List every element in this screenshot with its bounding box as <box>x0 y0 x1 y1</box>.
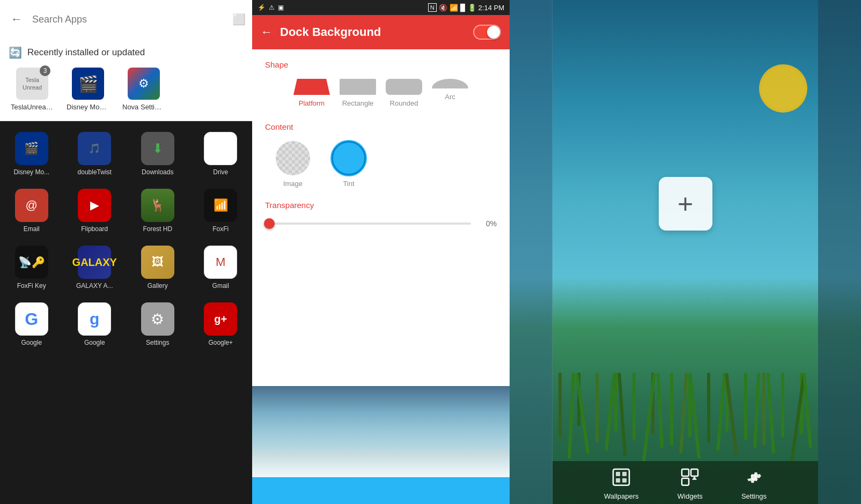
list-item[interactable]: △ Drive <box>189 125 253 182</box>
search-back-button[interactable]: ← <box>6 8 27 31</box>
cloud-bg <box>252 386 510 477</box>
list-item[interactable]: 🎵 doubleTwist <box>63 125 127 182</box>
settings-button[interactable]: Settings <box>741 465 767 500</box>
list-item[interactable]: 📶 FoxFi <box>189 182 253 239</box>
content-option-image[interactable]: Image <box>276 141 310 188</box>
list-item[interactable]: g+ Google+ <box>189 296 253 353</box>
app-label: GALAXY A... <box>76 282 113 290</box>
home-column-left <box>510 0 553 504</box>
grass-blade <box>781 373 784 437</box>
icon-shape: M <box>204 246 237 278</box>
app-label: Google <box>84 339 105 346</box>
transparency-slider[interactable] <box>265 223 471 225</box>
grass-blade <box>670 373 673 445</box>
grass-blade <box>657 373 664 448</box>
wifi-icon: 📶 <box>450 4 458 12</box>
preview-section: Preview <box>252 386 510 504</box>
list-item[interactable]: M Gmail <box>189 239 253 296</box>
app-icon: @ <box>15 189 48 222</box>
list-item[interactable]: ⚙ Settings <box>126 296 189 353</box>
list-item[interactable]: ▶ Flipboard <box>63 182 127 239</box>
list-item[interactable]: 🦌 Forest HD <box>126 182 189 239</box>
image-label: Image <box>283 180 303 188</box>
list-item[interactable]: TeslaUnread 3 TeslaUnread... <box>11 68 54 111</box>
image-option-visual <box>276 141 310 175</box>
content-section: Content Image Tint <box>265 122 497 188</box>
content-options: Image Tint <box>276 141 497 188</box>
app-label: Email <box>24 225 40 233</box>
platform-label: Platform <box>299 99 325 107</box>
arc-shape-visual <box>432 79 468 88</box>
list-item[interactable]: G Google <box>0 296 63 353</box>
app-icon: GALAXY <box>78 246 111 279</box>
shape-option-rounded[interactable]: Rounded <box>385 79 423 107</box>
list-item[interactable]: @ Email <box>0 182 63 239</box>
add-screen-button[interactable]: + <box>659 177 712 231</box>
icon-text: GALAXY <box>72 256 117 269</box>
settings-icon <box>742 465 766 489</box>
recently-apps: TeslaUnread 3 TeslaUnread... 🎬 Disney Mo… <box>9 68 244 111</box>
transparency-section: Transparency 0% <box>265 201 497 228</box>
plus-icon: + <box>678 188 693 219</box>
slider-thumb[interactable] <box>264 218 275 229</box>
bottom-bar: Wallpapers Widgets <box>553 461 818 504</box>
app-label: FoxFi Key <box>17 282 46 290</box>
apps-grid: 🎬 Disney Mo... 🎵 doubleTwist ⬇ Downloads… <box>0 121 252 357</box>
toggle-knob <box>487 26 500 39</box>
icon-shape: 📶 <box>204 189 237 222</box>
wallpapers-label: Wallpapers <box>604 492 639 500</box>
svg-rect-2 <box>622 472 627 476</box>
rectangle-label: Rectangle <box>342 99 374 107</box>
app-icon: 🎬 <box>15 132 48 165</box>
list-item[interactable]: 📡🔑 FoxFi Key <box>0 239 63 296</box>
search-icon: ⬜ <box>232 13 246 26</box>
content-option-tint[interactable]: Tint <box>332 141 366 188</box>
list-item[interactable]: GALAXY GALAXY A... <box>63 239 127 296</box>
home-column-main: + <box>553 0 818 504</box>
back-button[interactable]: ← <box>261 25 273 39</box>
app-icon: 🎵 <box>78 132 111 165</box>
grass-blade <box>679 373 688 453</box>
app-icon: g+ <box>204 302 237 336</box>
app-label: Google <box>21 339 42 346</box>
app-icon: 🦌 <box>141 189 174 222</box>
app-icon: ▶ <box>78 189 111 222</box>
icon-shape: 🎬 <box>15 132 48 165</box>
sun-decoration <box>759 64 807 113</box>
list-item[interactable]: 🖼 Gallery <box>126 239 189 296</box>
grass-decoration <box>553 365 818 461</box>
list-item[interactable]: ⬇ Downloads <box>126 125 189 182</box>
wallpapers-button[interactable]: Wallpapers <box>604 465 639 500</box>
app-icon: g <box>78 302 111 336</box>
shape-option-platform[interactable]: Platform <box>293 79 330 107</box>
settings-label: Settings <box>741 492 767 500</box>
icon-shape: ⚙ <box>128 68 160 100</box>
icon-shape: g+ <box>204 302 237 336</box>
list-item[interactable]: ⚙ Nova Settings <box>122 68 165 111</box>
app-label: Settings <box>146 339 169 346</box>
home-column-right <box>818 0 861 504</box>
icon-shape: 📡🔑 <box>15 246 48 279</box>
app-label: Flipboard <box>81 225 108 233</box>
list-item[interactable]: 🎬 Disney Mo... <box>0 125 63 182</box>
widgets-button[interactable]: Widgets <box>678 465 703 500</box>
shape-option-rectangle[interactable]: Rectangle <box>339 79 377 107</box>
app-label: Disney Movies <box>67 103 109 111</box>
icon-shape: 🦌 <box>141 189 174 222</box>
app-label: Drive <box>213 168 228 176</box>
grass-blade <box>716 373 726 450</box>
widgets-label: Widgets <box>678 492 703 500</box>
warning-icon: ⚠ <box>269 4 275 11</box>
list-item[interactable]: 🎬 Disney Movies <box>67 68 109 111</box>
toggle-switch[interactable] <box>473 25 501 40</box>
shape-option-arc[interactable]: Arc <box>431 79 469 107</box>
middle-panel: ⚡ ⚠ ▣ N 🔇 📶 ▉ 🔋 2:14 PM ← Dock Backgroun… <box>252 0 510 504</box>
app-label: Gallery <box>148 282 168 290</box>
list-item[interactable]: g Google <box>63 296 127 353</box>
app-label: FoxFi <box>212 225 229 233</box>
search-input[interactable] <box>32 14 227 25</box>
rectangle-shape-visual <box>340 79 376 95</box>
svg-rect-6 <box>691 469 698 476</box>
grass-blade <box>753 373 760 448</box>
settings-content: Shape Platform Rectangle Rounded Arc <box>252 49 510 386</box>
